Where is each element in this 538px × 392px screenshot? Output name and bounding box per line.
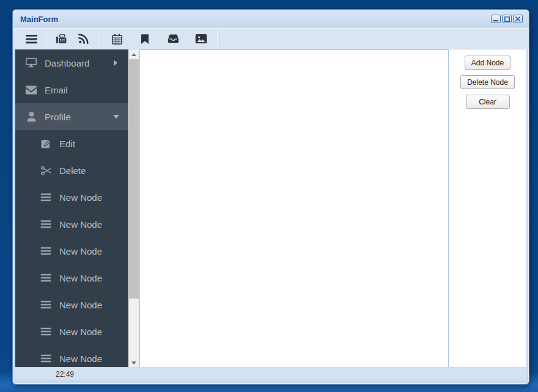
rss-button[interactable] <box>72 30 94 48</box>
scissors-icon <box>40 165 52 176</box>
inbox-icon <box>168 34 179 44</box>
triangle-down-icon <box>131 361 136 365</box>
sidebar-item-new-node[interactable]: New Node <box>15 264 128 291</box>
minimize-button[interactable] <box>491 15 501 23</box>
rss-icon <box>78 33 89 45</box>
toolbar-separator <box>217 31 218 47</box>
sidebar-item-new-node[interactable]: New Node <box>15 291 128 318</box>
bars-icon <box>40 327 52 336</box>
close-button[interactable] <box>513 15 523 23</box>
fax-icon <box>55 33 67 45</box>
bars-icon <box>40 247 52 255</box>
sidebar-item-new-node[interactable]: New Node <box>15 184 128 211</box>
caret-right-icon <box>114 60 117 66</box>
edit-icon <box>40 138 52 149</box>
content-canvas[interactable] <box>139 49 449 368</box>
bars-icon <box>40 300 52 309</box>
sidebar-item-label: Dashboard <box>45 58 89 68</box>
envelope-icon <box>25 85 37 95</box>
fax-button[interactable] <box>50 30 72 48</box>
sidebar: Dashboard Email <box>15 49 128 368</box>
caret-down-icon <box>113 115 119 118</box>
sidebar-item-label: New Node <box>59 192 102 203</box>
scroll-up-button[interactable] <box>128 49 139 59</box>
menu-button[interactable] <box>20 30 42 48</box>
bars-icon <box>40 274 52 282</box>
user-icon <box>25 111 37 122</box>
sidebar-item-label: New Node <box>59 219 102 230</box>
toolbar-separator <box>98 31 98 47</box>
sidebar-item-label: Edit <box>59 139 75 149</box>
clear-button[interactable]: Clear <box>466 95 510 109</box>
bars-icon <box>40 220 52 228</box>
titlebar[interactable]: MainForm <box>13 10 529 28</box>
maximize-button[interactable] <box>502 15 512 23</box>
triangle-up-icon <box>131 53 136 56</box>
menu-icon <box>26 34 37 44</box>
sidebar-item-email[interactable]: Email <box>15 76 128 103</box>
maximize-icon <box>504 16 510 22</box>
bars-icon <box>40 354 52 363</box>
bars-icon <box>40 193 52 201</box>
sidebar-item-new-node[interactable]: New Node <box>15 238 128 264</box>
client-area: Dashboard Email <box>15 49 526 368</box>
sidebar-item-label: New Node <box>59 273 102 283</box>
sidebar-item-label: New Node <box>59 327 102 337</box>
sidebar-item-edit[interactable]: Edit <box>15 130 128 157</box>
sidebar-item-label: Email <box>45 85 68 95</box>
app-window: MainForm <box>12 9 529 385</box>
sidebar-item-label: New Node <box>59 354 102 364</box>
minimize-icon <box>493 16 498 21</box>
statusbar: 22:49 <box>15 368 526 380</box>
monitor-icon <box>25 57 37 68</box>
image-button[interactable] <box>190 30 212 48</box>
sidebar-item-profile[interactable]: Profile <box>15 103 128 130</box>
sidebar-item-label: New Node <box>59 246 102 256</box>
close-icon <box>515 16 520 21</box>
delete-node-button[interactable]: Delete Node <box>460 75 515 89</box>
inbox-button[interactable] <box>162 30 184 48</box>
sidebar-item-label: Profile <box>45 112 71 122</box>
scrollbar-thumb[interactable] <box>129 59 139 299</box>
status-time: 22:49 <box>56 370 74 379</box>
calendar-icon <box>111 33 123 45</box>
toolbar <box>13 28 529 49</box>
bookmark-icon <box>141 34 149 45</box>
add-node-button[interactable]: Add Node <box>465 56 510 70</box>
image-icon <box>195 34 207 44</box>
toolbar-separator <box>46 31 46 47</box>
bookmark-button[interactable] <box>134 30 156 48</box>
sidebar-item-new-node[interactable]: New Node <box>15 211 128 238</box>
sidebar-item-label: New Node <box>59 300 102 310</box>
sidebar-item-delete[interactable]: Delete <box>15 157 128 184</box>
window-controls <box>491 15 523 23</box>
right-panel: Add Node Delete Node Clear <box>449 49 526 368</box>
sidebar-scrollbar[interactable] <box>128 49 139 368</box>
sidebar-item-label: Delete <box>59 165 86 176</box>
calendar-button[interactable] <box>106 30 128 48</box>
scroll-down-button[interactable] <box>128 358 139 368</box>
sidebar-item-dashboard[interactable]: Dashboard <box>15 49 128 76</box>
sidebar-item-new-node[interactable]: New Node <box>15 318 128 345</box>
sidebar-item-new-node[interactable]: New Node <box>15 345 128 368</box>
window-title: MainForm <box>20 15 491 24</box>
